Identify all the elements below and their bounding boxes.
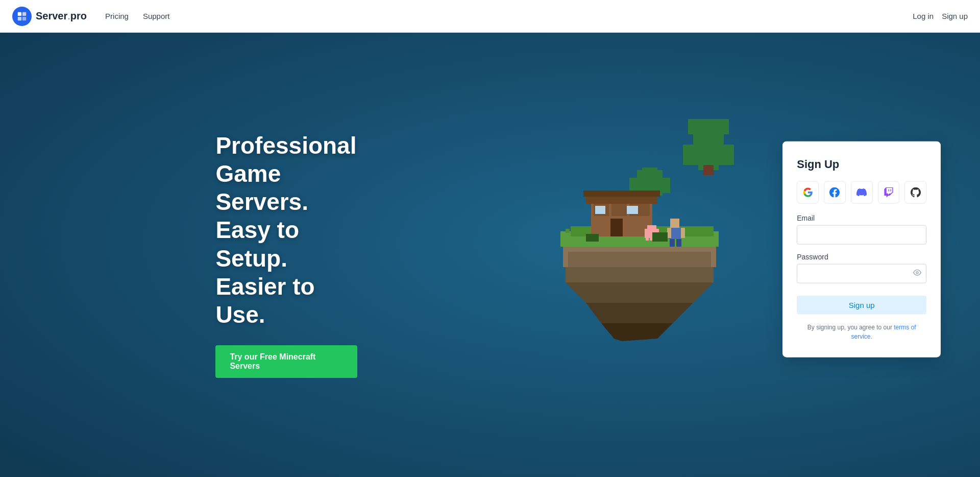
svg-rect-47 xyxy=(652,232,668,242)
brand-logo-link[interactable]: Server.pro xyxy=(12,7,87,26)
svg-rect-0 xyxy=(18,12,21,15)
minecraft-island xyxy=(520,119,765,349)
svg-rect-17 xyxy=(568,252,711,267)
svg-rect-24 xyxy=(611,203,627,216)
svg-rect-2 xyxy=(18,16,21,20)
svg-rect-31 xyxy=(670,219,679,228)
svg-rect-9 xyxy=(703,165,714,175)
google-signin-button[interactable] xyxy=(797,181,819,204)
terms-text: By signing up, you agree to our terms of… xyxy=(797,323,926,341)
hero-title: Professional Game Servers. Easy to Setup… xyxy=(215,132,357,329)
github-signin-button[interactable] xyxy=(904,181,926,204)
navbar: Server.pro Pricing Support Log in Sign u… xyxy=(0,0,980,33)
svg-rect-38 xyxy=(572,227,575,230)
email-input[interactable] xyxy=(797,225,926,245)
password-label: Password xyxy=(797,253,926,261)
password-input[interactable] xyxy=(797,264,926,283)
discord-signin-button[interactable] xyxy=(851,181,873,204)
svg-rect-3 xyxy=(22,16,26,20)
svg-rect-40 xyxy=(706,229,709,232)
hero-section: Professional Game Servers. Easy to Setup… xyxy=(0,0,980,477)
svg-rect-34 xyxy=(681,228,685,238)
svg-rect-8 xyxy=(703,124,714,129)
login-link[interactable]: Log in xyxy=(913,12,934,20)
svg-rect-30 xyxy=(627,206,638,214)
signup-nav-link[interactable]: Sign up xyxy=(942,12,968,20)
svg-rect-36 xyxy=(676,239,681,247)
svg-marker-21 xyxy=(601,323,673,341)
hero-content: Professional Game Servers. Easy to Setup… xyxy=(0,132,357,378)
svg-rect-29 xyxy=(595,206,605,214)
svg-point-48 xyxy=(916,272,918,274)
signup-submit-button[interactable]: Sign up xyxy=(797,296,926,315)
email-field-group: Email xyxy=(797,214,926,245)
svg-rect-43 xyxy=(646,236,649,241)
brand-text: Server.pro xyxy=(36,10,87,22)
svg-rect-33 xyxy=(667,228,671,238)
svg-rect-1 xyxy=(22,12,26,15)
nav-support[interactable]: Support xyxy=(137,8,176,25)
svg-rect-37 xyxy=(566,229,570,233)
svg-rect-39 xyxy=(698,230,702,234)
svg-rect-27 xyxy=(583,190,660,197)
svg-rect-42 xyxy=(647,225,656,232)
facebook-signin-button[interactable] xyxy=(824,181,846,204)
brand-logo-icon xyxy=(12,7,32,26)
svg-rect-18 xyxy=(566,267,714,282)
password-wrapper xyxy=(797,264,926,283)
main-nav: Pricing Support xyxy=(99,8,176,25)
toggle-password-icon[interactable] xyxy=(913,269,921,279)
signup-title: Sign Up xyxy=(797,158,926,171)
navbar-right: Log in Sign up xyxy=(913,12,968,20)
signup-card: Sign Up xyxy=(782,141,941,357)
twitch-signin-button[interactable] xyxy=(878,181,900,204)
email-label: Email xyxy=(797,214,926,222)
social-login-buttons xyxy=(797,181,926,204)
nav-pricing[interactable]: Pricing xyxy=(99,8,135,25)
svg-rect-46 xyxy=(586,234,599,242)
svg-rect-35 xyxy=(670,239,675,247)
svg-rect-28 xyxy=(610,219,623,236)
cta-button[interactable]: Try our Free Minecraft Servers xyxy=(215,345,357,378)
password-field-group: Password xyxy=(797,253,926,283)
svg-rect-6 xyxy=(698,129,719,170)
